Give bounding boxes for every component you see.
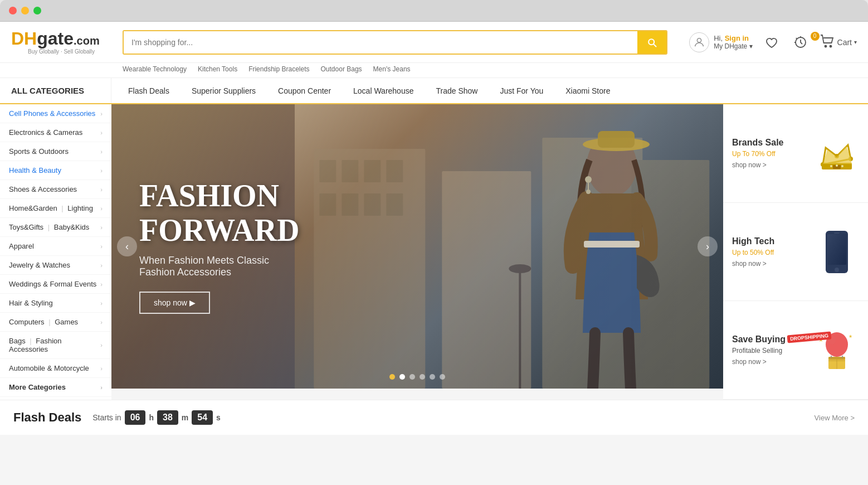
svg-point-35 (841, 165, 843, 167)
save-buying-profitable: Profitable Selling (732, 347, 809, 355)
sidebar-item-label: Automobile & Motorcycle (9, 364, 89, 372)
timer-hours: 06 (125, 410, 146, 425)
svg-text:★: ★ (849, 334, 852, 339)
chevron-right-icon: › (100, 365, 103, 372)
sidebar-item-more[interactable]: More Categories › (0, 378, 111, 397)
sidebar-item-automobile[interactable]: Automobile & Motorcycle › (0, 359, 111, 378)
chevron-down-icon: ▾ (749, 42, 753, 50)
brands-sale-subtitle: Up To 70% Off (732, 150, 809, 158)
nav-superior-suppliers[interactable]: Superior Suppliers (181, 79, 267, 103)
sidebar-item-electronics[interactable]: Electronics & Cameras › (0, 123, 111, 142)
user-avatar-icon (689, 32, 709, 52)
sidebar-item-weddings[interactable]: Weddings & Formal Events › (0, 275, 111, 294)
quick-link-wearable[interactable]: Wearable Technology (123, 65, 187, 73)
user-greeting: Hi, (714, 34, 723, 42)
dropship-icon: DROPSHIPPING (815, 328, 859, 372)
hero-dot-1[interactable] (389, 374, 395, 380)
search-bar (123, 30, 667, 55)
chevron-right-icon: › (100, 300, 103, 307)
chevron-right-icon: › (100, 129, 103, 136)
save-buying-link[interactable]: shop now > (732, 358, 809, 366)
hero-shop-now-button[interactable]: shop now ▶ (139, 292, 210, 314)
timer-s-label: s (216, 413, 221, 422)
nav-coupon-center[interactable]: Coupon Center (267, 79, 342, 103)
sidebar-item-home[interactable]: Home&Garden | Lighting › (0, 199, 111, 218)
high-tech-panel[interactable]: High Tech Up to 50% Off shop now > (723, 203, 868, 302)
hero-content: FASHION FORWARD When Fashion Meets Class… (111, 157, 327, 336)
nav-just-for-you[interactable]: Just For You (489, 79, 554, 103)
chevron-right-icon: › (100, 110, 103, 117)
quick-link-jeans[interactable]: Men's Jeans (373, 65, 411, 73)
sidebar-item-toys[interactable]: Toys&Gifts | Baby&Kids › (0, 218, 111, 237)
wishlist-button[interactable] (762, 32, 782, 52)
sidebar: Cell Phones & Accessories › Electronics … (0, 104, 111, 400)
hero-prev-button[interactable]: ‹ (117, 236, 137, 256)
chevron-right-icon: › (100, 243, 103, 250)
sidebar-item-apparel[interactable]: Apparel › (0, 237, 111, 256)
logo-com: .com (74, 35, 100, 47)
brands-sale-panel[interactable]: Brands Sale Up To 70% Off shop now > (723, 104, 868, 203)
hero-next-button[interactable]: › (698, 236, 718, 256)
logo-area[interactable]: DHgate.com Buy Globally · Sell Globally (11, 30, 111, 55)
brands-sale-title: Brands Sale (732, 138, 809, 148)
hero-dot-2[interactable] (399, 374, 405, 380)
minimize-button[interactable] (21, 7, 29, 14)
sidebar-item-label: Jewelry & Watches (9, 261, 70, 269)
sidebar-item-shoes[interactable]: Shoes & Accessories › (0, 180, 111, 199)
quick-link-bracelets[interactable]: Friendship Bracelets (248, 65, 309, 73)
hero-dot-6[interactable] (440, 374, 445, 380)
hero-title: FASHION FORWARD (139, 179, 299, 248)
hero-dot-3[interactable] (409, 374, 415, 380)
nav-trade-show[interactable]: Trade Show (425, 79, 489, 103)
cart-dropdown-icon: ▾ (854, 39, 857, 45)
svg-point-2 (825, 45, 826, 47)
close-button[interactable] (9, 7, 17, 14)
hero-dot-4[interactable] (420, 374, 425, 380)
nav-local-warehouse[interactable]: Local Warehouse (342, 79, 425, 103)
sidebar-item-computers[interactable]: Computers | Games › (0, 313, 111, 332)
hero-dot-5[interactable] (430, 374, 435, 380)
sidebar-item-jewelry[interactable]: Jewelry & Watches › (0, 256, 111, 275)
hero-pagination (389, 374, 445, 380)
signin-link[interactable]: Sign in (725, 34, 749, 42)
sidebar-item-hair[interactable]: Hair & Styling › (0, 294, 111, 313)
chevron-right-icon: › (100, 281, 103, 288)
flash-view-more-link[interactable]: View More > (815, 414, 855, 422)
header: DHgate.com Buy Globally · Sell Globally (0, 22, 868, 63)
cart-area[interactable]: 0 Cart ▾ (820, 34, 857, 51)
chevron-right-icon: › (100, 205, 103, 212)
sidebar-item-bags[interactable]: Bags | Fashion Accessories › (0, 332, 111, 359)
logo-tagline: Buy Globally · Sell Globally (11, 48, 111, 55)
user-area[interactable]: Hi, Sign in My DHgate ▾ (689, 32, 752, 52)
history-button[interactable] (791, 32, 811, 52)
high-tech-link[interactable]: shop now > (732, 260, 809, 268)
all-categories-button[interactable]: ALL CATEGORIES (0, 78, 111, 103)
high-tech-subtitle: Up to 50% Off (732, 249, 809, 256)
sidebar-item-label: Home&Garden | Lighting (9, 204, 93, 212)
sidebar-item-sports[interactable]: Sports & Outdoors › (0, 142, 111, 161)
quick-link-kitchen[interactable]: Kitchen Tools (198, 65, 237, 73)
high-tech-title: High Tech (732, 236, 809, 246)
nav-xiaomi-store[interactable]: Xiaomi Store (554, 79, 621, 103)
maximize-button[interactable] (33, 7, 41, 14)
sidebar-item-label: Toys&Gifts | Baby&Kids (9, 223, 89, 231)
search-icon (646, 37, 657, 48)
search-input[interactable] (124, 31, 637, 54)
brands-sale-link[interactable]: shop now > (732, 161, 809, 169)
nav-flash-deals[interactable]: Flash Deals (117, 79, 181, 103)
chevron-right-icon: › (100, 148, 103, 155)
save-buying-panel[interactable]: Save Buying Profitable Selling shop now … (723, 301, 868, 400)
quick-link-bags[interactable]: Outdoor Bags (321, 65, 362, 73)
search-button[interactable] (637, 31, 666, 54)
header-actions: Hi, Sign in My DHgate ▾ (679, 32, 857, 52)
sidebar-item-cell-phones[interactable]: Cell Phones & Accessories › (0, 104, 111, 123)
timer-m-label: m (182, 413, 188, 422)
sidebar-item-health[interactable]: Health & Beauty › (0, 161, 111, 180)
crown-icon (815, 131, 859, 176)
hero-subtitle: When Fashion Meets Classic Fashion Acces… (139, 255, 299, 278)
nav-bar: ALL CATEGORIES Flash Deals Superior Supp… (0, 78, 868, 104)
chevron-right-icon: › (100, 186, 103, 193)
sidebar-item-label: Electronics & Cameras (9, 128, 82, 137)
svg-rect-38 (827, 234, 846, 265)
my-dhgate-link[interactable]: My DHgate ▾ (714, 42, 752, 50)
